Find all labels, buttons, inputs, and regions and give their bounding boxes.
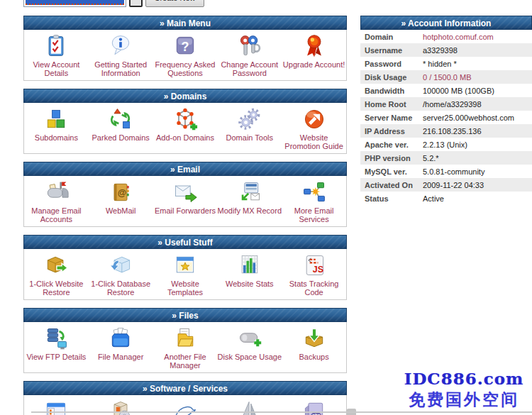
change-account-password-link[interactable]: Change Account Password xyxy=(217,33,282,80)
account-row-value: 5.0.81-community xyxy=(423,167,484,176)
1-click-database-restore-link[interactable]: 1-Click Database Restore xyxy=(89,252,153,299)
divider-line xyxy=(31,411,532,413)
section-header-email: » Email xyxy=(23,162,347,176)
item-label: Website Templates xyxy=(153,280,218,297)
more-email-services-link[interactable]: More Email Services xyxy=(282,179,346,226)
webmail-icon: @ xyxy=(106,179,135,206)
file-manager-icon xyxy=(106,325,135,352)
parked-domains-icon xyxy=(106,106,135,133)
account-row-value: 216.108.235.136 xyxy=(423,127,482,135)
domain-tools-link[interactable]: Domain Tools xyxy=(217,106,282,153)
frequency-asked-questions-link[interactable]: ?Frequency Asked Questions xyxy=(153,33,218,80)
change-password-icon xyxy=(235,33,264,60)
item-label: WebMail xyxy=(106,206,136,215)
view-account-details-icon xyxy=(42,33,70,60)
section-title: » Main Menu xyxy=(160,18,211,28)
section-title: » Useful Stuff xyxy=(157,238,212,248)
watermark-slogan: 免费国外空间 xyxy=(396,389,532,411)
modify-mx-record-link[interactable]: Modify MX Record xyxy=(217,179,282,226)
email-forwarders-link[interactable]: Email Forwarders xyxy=(153,179,218,226)
account-row-value: a3329398 xyxy=(423,46,458,55)
account-row-activated-on: Activated On2009-11-22 04:33 xyxy=(360,178,532,192)
subdomains-icon xyxy=(42,106,70,133)
item-label: Domain Tools xyxy=(226,133,273,142)
faq-icon: ? xyxy=(171,33,199,60)
account-information-rows: Domainhotphoto.comuf.comUsernamea3329398… xyxy=(360,30,532,205)
account-row-ip-address: IP Address216.108.235.136 xyxy=(360,124,532,138)
item-label: Change Account Password xyxy=(217,60,282,77)
more-email-services-icon xyxy=(300,179,328,206)
getting-started-info-icon xyxy=(106,33,135,60)
website-promotion-guide-link[interactable]: Website Promotion Guide xyxy=(282,106,346,153)
account-row-label: Server Name xyxy=(360,114,423,122)
stats-tracking-icon: JS xyxy=(300,252,328,279)
modify-mx-icon xyxy=(235,179,264,206)
account-row-value: 2.2.13 (Unix) xyxy=(423,140,467,149)
website-stats-link[interactable]: Website Stats xyxy=(217,252,282,299)
upgrade-account-link[interactable]: Upgrade Account! xyxy=(282,33,346,80)
1-click-website-restore-link[interactable]: 1-Click Website Restore xyxy=(24,252,89,299)
add-on-domains-link[interactable]: Add-on Domains xyxy=(153,106,218,153)
section-title: » Domains xyxy=(164,92,207,101)
account-row-apache-ver: Apache ver.2.2.13 (Unix) xyxy=(360,138,532,151)
account-row-label: MySQL ver. xyxy=(360,167,423,176)
account-row-label: Bandwidth xyxy=(360,87,423,95)
item-label: Website Promotion Guide xyxy=(282,133,346,150)
account-row-value[interactable]: hotphoto.comuf.com xyxy=(423,33,494,41)
section-useful-stuff: » Useful Stuff1-Click Website Restore1-C… xyxy=(23,235,347,300)
account-row-value: server25.000webhost.com xyxy=(423,114,514,122)
webmail-link[interactable]: @WebMail xyxy=(89,179,153,226)
disk-space-usage-link[interactable]: Disk Space Usage xyxy=(217,325,282,372)
backups-link[interactable]: Backups xyxy=(282,325,346,372)
item-label: Stats Tracking Code xyxy=(282,280,346,297)
go-button[interactable] xyxy=(129,0,143,7)
website-stats-icon xyxy=(235,252,264,279)
database-restore-icon xyxy=(106,252,135,279)
watermark: IDC886.com 免费国外空间 xyxy=(396,369,532,411)
item-label: Frequency Asked Questions xyxy=(153,60,218,77)
manage-email-accounts-link[interactable]: Manage Email Accounts xyxy=(24,179,89,226)
account-row-server-name: Server Nameserver25.000webhost.com xyxy=(360,111,532,124)
email-forwarders-icon xyxy=(171,179,199,206)
section-main-menu: » Main MenuView Account DetailsGetting S… xyxy=(23,16,347,81)
create-new-button[interactable]: Create New xyxy=(145,0,204,7)
selected-text-highlight xyxy=(26,0,124,5)
stats-tracking-code-link[interactable]: JSStats Tracking Code xyxy=(282,252,346,299)
item-label: Add-on Domains xyxy=(156,133,214,142)
getting-started-information-link[interactable]: Getting Started Information xyxy=(89,33,153,80)
section-header-files: » Files xyxy=(23,308,347,322)
subdomains-link[interactable]: Subdomains xyxy=(24,106,89,153)
item-label: 1-Click Database Restore xyxy=(89,280,153,297)
account-row-label: Status xyxy=(360,194,423,203)
item-label: 1-Click Website Restore xyxy=(24,280,89,297)
item-label: Parked Domains xyxy=(92,133,150,142)
backups-icon xyxy=(300,325,328,352)
website-templates-link[interactable]: Website Templates xyxy=(153,252,218,299)
item-label: Disk Space Usage xyxy=(218,353,282,361)
website-restore-icon xyxy=(42,252,70,279)
another-file-manager-icon xyxy=(171,325,199,352)
section-body: Manage Email Accounts@WebMailEmail Forwa… xyxy=(23,176,347,227)
section-header-useful-stuff: » Useful Stuff xyxy=(23,235,347,249)
parked-domains-link[interactable]: Parked Domains xyxy=(89,106,153,153)
item-label: Getting Started Information xyxy=(89,60,153,77)
view-account-details-link[interactable]: View Account Details xyxy=(24,33,89,80)
account-information-header: » Account Information xyxy=(360,16,532,30)
section-header-software-services: » Software / Services xyxy=(23,381,347,395)
account-row-label: Apache ver. xyxy=(360,140,423,149)
item-label: Another File Manager xyxy=(153,353,218,370)
manage-email-icon xyxy=(42,179,70,206)
file-manager-link[interactable]: File Manager xyxy=(89,325,153,372)
account-row-value: * hidden * xyxy=(423,60,457,68)
section-body: 1-Click Website Restore1-Click Database … xyxy=(23,249,347,300)
domain-select-input[interactable] xyxy=(23,0,126,7)
view-ftp-details-link[interactable]: View FTP Details xyxy=(24,325,89,372)
section-body: SubdomainsParked DomainsAdd-on DomainsDo… xyxy=(23,103,347,154)
item-label: Backups xyxy=(299,353,328,361)
section-body: View Account DetailsGetting Started Info… xyxy=(23,30,347,81)
upgrade-account-icon xyxy=(300,33,328,60)
svg-text:?: ? xyxy=(181,40,189,54)
account-row-label: Domain xyxy=(360,33,423,41)
another-file-manager-link[interactable]: Another File Manager xyxy=(153,325,218,372)
section-header-main-menu: » Main Menu xyxy=(23,16,347,30)
